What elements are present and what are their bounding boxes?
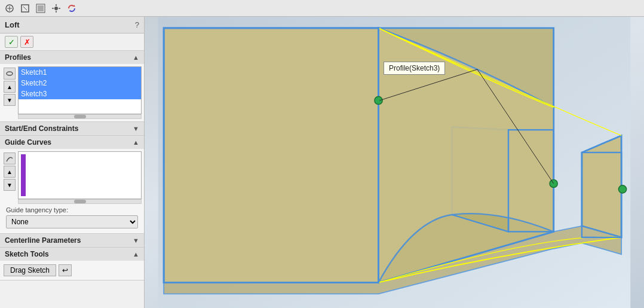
viewport[interactable]: Profile(Sketch3) [145, 17, 644, 308]
drag-sketch-button[interactable]: Drag Sketch [4, 264, 56, 276]
left-panel: Loft ? ✓ ✗ Profiles ▲ ▲ ▼ [0, 17, 145, 308]
rebuild-btn[interactable] [33, 2, 48, 15]
profile-item-sketch1[interactable]: Sketch1 [19, 67, 141, 78]
guide-scrollbar-thumb [74, 200, 86, 203]
panel-actions: ✓ ✗ [0, 33, 144, 51]
svg-point-20 [550, 179, 557, 187]
centerline-section: Centerline Parameters ▼ [0, 234, 144, 248]
guide-listbox[interactable] [18, 151, 142, 199]
profiles-collapse-icon: ▲ [133, 54, 139, 61]
profiles-section: Profiles ▲ ▲ ▼ Sketch1 Sketch2 [0, 51, 144, 122]
3d-shape-svg [145, 17, 644, 308]
start-end-collapse-icon: ▼ [133, 125, 139, 132]
guide-tangency-area: Guide tangency type: None Tangent to Fac… [2, 204, 142, 231]
svg-point-7 [7, 72, 13, 75]
profile-move-down-btn[interactable]: ▼ [4, 94, 16, 106]
profile-sketch-icon[interactable] [4, 68, 16, 80]
panel-header: Loft ? [0, 17, 144, 33]
rotate-btn[interactable] [65, 2, 79, 15]
confirm-button[interactable]: ✓ [5, 36, 18, 48]
guide-purple-indicator [21, 154, 26, 196]
help-icon[interactable]: ? [135, 20, 139, 29]
profiles-scrollbar[interactable] [18, 114, 142, 119]
svg-point-19 [375, 96, 382, 104]
guide-curves-content: ▲ ▼ Guide tangency type: [0, 149, 144, 233]
guide-move-down-btn[interactable]: ▼ [4, 179, 16, 191]
svg-marker-9 [164, 28, 378, 283]
guide-curves-collapse-icon: ▲ [133, 139, 139, 146]
centerline-section-header[interactable]: Centerline Parameters ▼ [0, 234, 144, 247]
profiles-scrollbar-thumb [74, 115, 86, 118]
sketch-tools-section: Sketch Tools ▲ Drag Sketch ↩ [0, 248, 144, 280]
svg-point-5 [54, 7, 58, 10]
sketch-tools-section-label: Sketch Tools [5, 250, 49, 258]
guide-curves-section-label: Guide Curves [5, 138, 51, 147]
guide-list: ▲ ▼ [2, 151, 142, 204]
guide-controls: ▲ ▼ [2, 151, 17, 204]
svg-rect-4 [38, 5, 44, 11]
guide-scrollbar[interactable] [18, 199, 142, 204]
options-btn[interactable] [49, 2, 63, 15]
guide-curves-section: Guide Curves ▲ ▲ ▼ [0, 136, 144, 234]
svg-point-21 [618, 185, 626, 193]
sketch-icon-btn[interactable] [2, 2, 17, 15]
smart-dim-btn[interactable] [18, 2, 32, 15]
undo-sketch-button[interactable]: ↩ [59, 264, 72, 276]
profile-controls: ▲ ▼ [2, 66, 17, 119]
tangency-select[interactable]: None Tangent to Face Normal to Profile [6, 215, 138, 228]
sketch-tools-content: Drag Sketch ↩ [0, 261, 144, 280]
svg-line-2 [23, 7, 27, 10]
start-end-section-header[interactable]: Start/End Constraints ▼ [0, 122, 144, 135]
svg-marker-12 [582, 136, 621, 237]
profiles-listbox[interactable]: Sketch1 Sketch2 Sketch3 [18, 66, 142, 114]
profiles-section-header[interactable]: Profiles ▲ [0, 51, 144, 64]
centerline-section-label: Centerline Parameters [5, 236, 81, 245]
profile-item-sketch2[interactable]: Sketch2 [19, 78, 141, 89]
guide-curves-section-header[interactable]: Guide Curves ▲ [0, 136, 144, 149]
main-area: Loft ? ✓ ✗ Profiles ▲ ▲ ▼ [0, 17, 644, 308]
profiles-section-label: Profiles [5, 53, 31, 62]
profiles-section-content: ▲ ▼ Sketch1 Sketch2 Sketch3 [0, 64, 144, 121]
guide-curve-icon[interactable] [4, 153, 16, 164]
cancel-button[interactable]: ✗ [20, 36, 33, 48]
sketch-tools-section-header[interactable]: Sketch Tools ▲ [0, 248, 144, 261]
start-end-section-label: Start/End Constraints [5, 124, 78, 133]
top-toolbar [0, 0, 644, 17]
profiles-list: ▲ ▼ Sketch1 Sketch2 Sketch3 [2, 66, 142, 119]
panel-title: Loft [5, 20, 20, 29]
profile-item-sketch3[interactable]: Sketch3 [19, 89, 141, 99]
profile-move-up-btn[interactable]: ▲ [4, 81, 16, 93]
tangency-label: Guide tangency type: [6, 206, 138, 214]
guide-move-up-btn[interactable]: ▲ [4, 166, 16, 178]
start-end-section: Start/End Constraints ▼ [0, 122, 144, 136]
sketch-tools-collapse-icon: ▲ [133, 251, 139, 258]
centerline-collapse-icon: ▼ [133, 237, 139, 244]
